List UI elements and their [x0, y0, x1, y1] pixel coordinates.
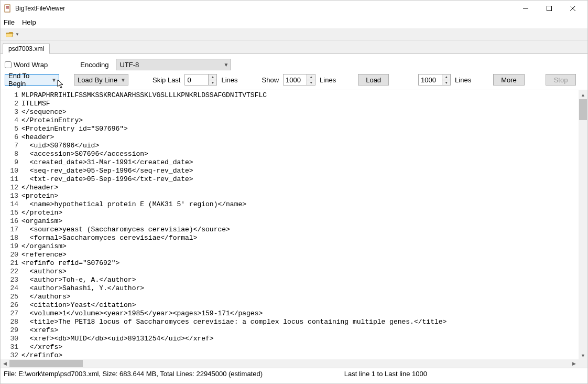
code-line: ITLLMSF: [21, 100, 447, 108]
icon-toolbar: ▼: [1, 28, 587, 41]
more-button[interactable]: More: [493, 74, 525, 86]
line-number: 31: [1, 343, 18, 351]
code-line: <citation>Yeast</citation>: [21, 301, 447, 310]
text-pane: 1234567891011121314151617181920212223242…: [1, 90, 587, 368]
scroll-right-arrow[interactable]: ▶: [570, 359, 579, 368]
chevron-down-icon: ▼: [51, 77, 57, 83]
code-line: <author>Toh-e, A.</author>: [21, 276, 447, 284]
line-number: 22: [1, 268, 18, 276]
line-number: 24: [1, 284, 18, 293]
skiplast-spinner[interactable]: ▲▼: [208, 74, 216, 85]
load-button[interactable]: Load: [358, 74, 389, 86]
minimize-button[interactable]: [514, 1, 537, 16]
encoding-label: Encoding: [80, 61, 108, 69]
app-icon: [4, 4, 12, 13]
show-field[interactable]: [284, 74, 307, 85]
vscroll-thumb[interactable]: [579, 99, 587, 120]
menu-file[interactable]: File: [4, 18, 15, 26]
line-number: 6: [1, 133, 18, 142]
code-line: </sequence>: [21, 108, 447, 116]
line-gutter: 1234567891011121314151617181920212223242…: [1, 90, 20, 360]
line-number: 30: [1, 335, 18, 343]
show-unit: Lines: [320, 76, 336, 84]
tab-file[interactable]: psd7003.xml: [3, 43, 50, 54]
show-spinner[interactable]: ▲▼: [307, 74, 315, 85]
skiplast-input[interactable]: ▲▼: [184, 74, 217, 86]
encoding-select[interactable]: UTF-8 ▼: [116, 59, 231, 70]
code-line: <uid>S07696</uid>: [21, 142, 447, 150]
code-line: <title>The PET18 locus of Saccharomyces …: [21, 318, 447, 326]
skiplast-unit: Lines: [221, 76, 237, 84]
show-label: Show: [262, 76, 279, 84]
wordwrap-checkbox[interactable]: Word Wrap: [5, 61, 48, 69]
status-bar: File: E:\work\temp\psd7003.xml, Size: 68…: [1, 368, 587, 379]
code-line: <volume>1</volume><year>1985</year><page…: [21, 310, 447, 318]
code-line: <source>yeast (Saccharomyces cerevisiae)…: [21, 226, 447, 234]
menu-bar: File Help: [1, 16, 587, 28]
code-line: <refinfo refid="S07692">: [21, 259, 447, 268]
status-left: File: E:\work\temp\psd7003.xml, Size: 68…: [4, 370, 273, 378]
title-bar: BigTextFileViewer: [1, 1, 587, 16]
line-number: 26: [1, 301, 18, 310]
line-number: 18: [1, 234, 18, 242]
line-number: 17: [1, 226, 18, 234]
chevron-down-icon: ▼: [121, 77, 126, 83]
code-line: <xrefs>: [21, 326, 447, 335]
line-number: 25: [1, 293, 18, 301]
loadmode-select[interactable]: Load By Line ▼: [74, 74, 128, 86]
scroll-corner: [579, 359, 587, 368]
more-field[interactable]: [419, 74, 442, 85]
code-line: <reference>: [21, 251, 447, 259]
stop-button[interactable]: Stop: [546, 74, 576, 86]
line-number: 1: [1, 91, 18, 100]
line-number: 21: [1, 259, 18, 268]
menu-help[interactable]: Help: [22, 18, 36, 26]
line-number: 13: [1, 192, 18, 200]
open-file-button[interactable]: ▼: [4, 30, 21, 39]
code-text[interactable]: MLPRAPHRRIHILFSSMKSSKRCANARHSSKLVGSLLLKP…: [20, 90, 447, 360]
svg-rect-2: [6, 7, 9, 8]
wordwrap-input[interactable]: [5, 61, 12, 68]
wordwrap-label: Word Wrap: [14, 61, 48, 69]
encoding-value: UTF-8: [119, 61, 139, 69]
code-line: <organism>: [21, 217, 447, 226]
scroll-left-arrow[interactable]: ◀: [1, 359, 9, 368]
code-line: </authors>: [21, 293, 447, 301]
code-line: <protein>: [21, 192, 447, 200]
show-input[interactable]: ▲▼: [283, 74, 315, 86]
skiplast-field[interactable]: [185, 74, 208, 85]
line-number: 28: [1, 318, 18, 326]
hscroll-track[interactable]: [9, 359, 570, 368]
line-number: 11: [1, 175, 18, 184]
line-number: 5: [1, 125, 18, 133]
code-line: </protein>: [21, 209, 447, 217]
tab-strip: psd7003.xml: [1, 41, 587, 54]
line-number: 8: [1, 150, 18, 158]
close-button[interactable]: [561, 1, 584, 16]
line-number: 32: [1, 351, 18, 360]
loadmode-value: Load By Line: [78, 76, 117, 84]
maximize-button[interactable]: [537, 1, 561, 16]
direction-value: End To Begin: [8, 72, 48, 88]
vertical-scrollbar[interactable]: ▲ ▼: [579, 90, 587, 360]
line-number: 19: [1, 242, 18, 251]
line-number: 12: [1, 184, 18, 192]
chevron-down-icon: ▼: [224, 62, 229, 68]
line-number: 3: [1, 108, 18, 116]
hscroll-thumb[interactable]: [9, 360, 83, 367]
svg-rect-3: [6, 8, 9, 9]
line-number: 9: [1, 158, 18, 167]
code-line: <author>Sahashi, Y.</author>: [21, 284, 447, 293]
more-spinner[interactable]: ▲▼: [442, 74, 450, 85]
direction-select[interactable]: End To Begin ▼: [5, 74, 59, 86]
code-line: <accession>S07696</accession>: [21, 150, 447, 158]
scroll-down-arrow[interactable]: ▼: [579, 351, 587, 360]
scroll-up-arrow[interactable]: ▲: [579, 90, 587, 99]
line-number: 27: [1, 310, 18, 318]
code-line: <ProteinEntry id="S07696">: [21, 125, 447, 133]
line-number: 16: [1, 217, 18, 226]
horizontal-scrollbar[interactable]: ◀ ▶: [1, 359, 579, 368]
line-number: 15: [1, 209, 18, 217]
code-line: <txt-rev_date>05-Sep-1996</txt-rev_date>: [21, 175, 447, 184]
more-input[interactable]: ▲▼: [418, 74, 451, 86]
